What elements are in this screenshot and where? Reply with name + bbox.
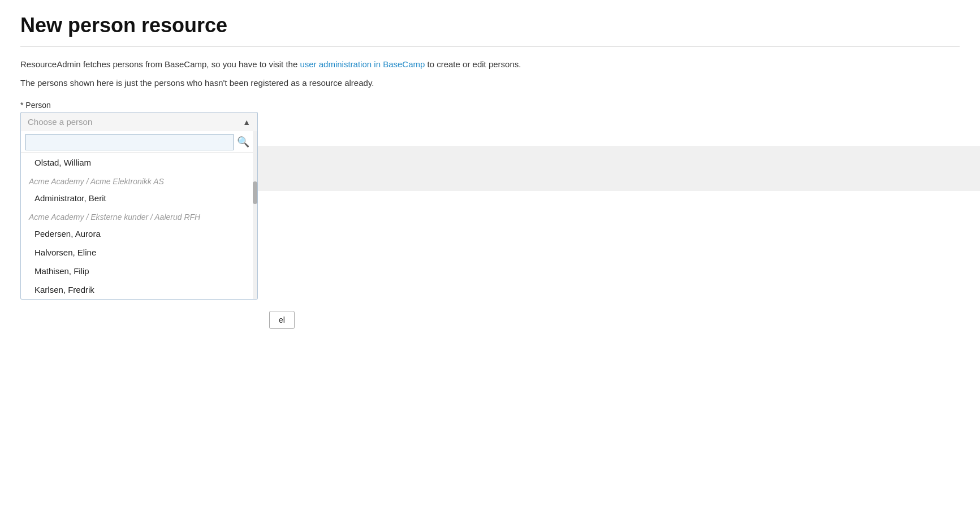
scrollbar-track <box>253 131 257 299</box>
search-row: 🔍 <box>21 131 257 153</box>
chevron-up-icon: ▲ <box>243 118 251 127</box>
search-input[interactable] <box>25 134 234 150</box>
content-area: Choose a person ▲ 🔍 Olstad, William <box>20 112 960 335</box>
page-title: New person resource <box>20 14 960 37</box>
dropdown-placeholder: Choose a person <box>28 117 92 127</box>
group-label-acme-eksterne: Acme Academy / Eksterne kunder / Aalerud… <box>21 207 257 224</box>
search-button[interactable]: 🔍 <box>234 133 253 150</box>
list-item[interactable]: Administrator, Berit <box>21 189 257 207</box>
person-dropdown-wrapper: Choose a person ▲ 🔍 Olstad, William <box>20 112 258 300</box>
list-item[interactable]: Olstad, William <box>21 153 257 172</box>
person-field-label: * Person <box>20 101 960 110</box>
person-dropdown-trigger[interactable]: Choose a person ▲ <box>20 112 258 131</box>
description-line2: The persons shown here is just the perso… <box>20 77 960 90</box>
list-item[interactable]: Pedersen, Aurora <box>21 224 257 243</box>
dropdown-panel: 🔍 Olstad, William Acme Academy / Acme El… <box>20 131 258 300</box>
required-star: * <box>20 101 23 110</box>
list-item[interactable]: Mathisen, Filip <box>21 262 257 280</box>
dropdown-list: Olstad, William Acme Academy / Acme Elek… <box>21 153 257 299</box>
title-divider <box>20 46 960 47</box>
search-icon: 🔍 <box>237 136 249 148</box>
cancel-button[interactable]: el <box>269 311 295 329</box>
group-label-acme-elektronikk: Acme Academy / Acme Elektronikk AS <box>21 172 257 189</box>
description-line1: ResourceAdmin fetches persons from BaseC… <box>20 58 960 71</box>
form-area: Choose a person ▲ 🔍 Olstad, William <box>20 112 960 335</box>
list-item[interactable]: Halvorsen, Eline <box>21 243 257 262</box>
scrollbar-thumb[interactable] <box>253 181 257 204</box>
field-label-text: Person <box>25 101 50 110</box>
list-item[interactable]: Karlsen, Fredrik <box>21 280 257 299</box>
basecamp-admin-link[interactable]: user administration in BaseCamp <box>300 59 425 69</box>
